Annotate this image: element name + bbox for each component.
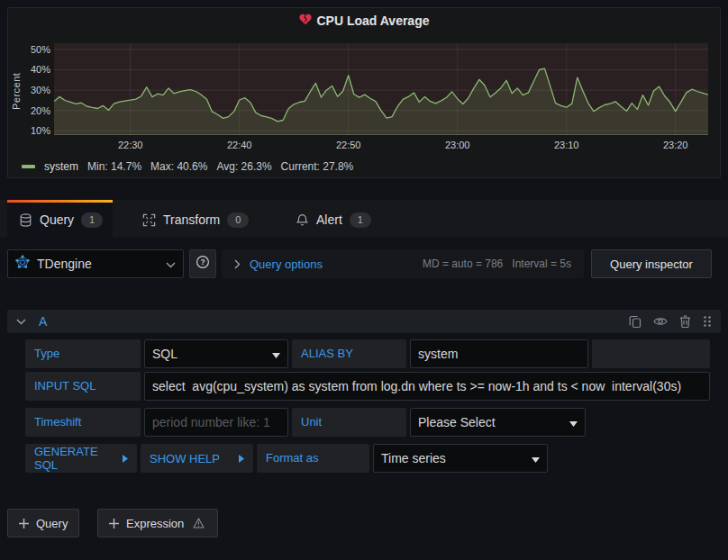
type-select[interactable]: SQL: [144, 339, 288, 368]
query-row-header[interactable]: A: [7, 310, 721, 333]
format-as-label: Format as: [257, 444, 369, 473]
tab-alert-label: Alert: [316, 212, 342, 227]
query-ref-id: A: [39, 314, 47, 329]
format-as-select[interactable]: Time series: [373, 444, 548, 473]
legend-stat-max: Max: 40.6%: [150, 160, 207, 173]
x-tick-label: 23:00: [445, 140, 470, 150]
add-query-label: Query: [36, 517, 68, 530]
x-tick-label: 22:50: [336, 140, 361, 150]
tdengine-logo-icon: [15, 255, 30, 273]
show-help-button[interactable]: SHOW HELP: [141, 444, 253, 473]
plus-icon: [109, 519, 119, 528]
tab-query[interactable]: Query 1: [19, 203, 103, 237]
question-circle-icon: ?: [196, 255, 210, 273]
toggle-visibility-eye-icon[interactable]: [653, 316, 668, 327]
grafana-panel-editor: CPU Load Average Percent 10%20%30%40%50%…: [0, 0, 728, 560]
timeshift-label: Timeshift: [25, 408, 141, 437]
y-tick-label: 50%: [11, 44, 50, 55]
tab-transform-label: Transform: [163, 212, 220, 227]
caret-right-icon: [123, 455, 130, 463]
tab-transform[interactable]: Transform 0: [142, 203, 249, 237]
tab-query-count: 1: [81, 212, 103, 228]
unit-select-value: Please Select: [418, 415, 569, 429]
chart-legend: system Min: 14.7% Max: 40.6% Avg: 26.3% …: [22, 159, 706, 174]
plus-icon: [19, 519, 29, 528]
timeshift-input[interactable]: [144, 408, 288, 437]
query-row-actions: [629, 315, 712, 329]
legend-stat-min: Min: 14.7%: [87, 160, 141, 173]
add-query-button[interactable]: Query: [7, 509, 79, 537]
input-sql-input[interactable]: [144, 372, 710, 401]
drag-handle-icon[interactable]: [703, 315, 712, 328]
tab-alert-count: 1: [350, 212, 371, 228]
x-tick-label: 23:10: [554, 140, 579, 150]
datasource-name: TDengine: [37, 257, 159, 271]
add-expression-label: Expression: [126, 517, 184, 530]
generate-sql-button[interactable]: GENERATE SQL: [25, 444, 137, 473]
bell-icon: [296, 213, 309, 227]
datasource-picker[interactable]: TDengine: [7, 249, 184, 278]
caret-down-icon: [532, 451, 540, 465]
x-tick-label: 22:40: [227, 140, 252, 150]
input-sql-label: INPUT SQL: [25, 372, 141, 401]
unit-label: Unit: [292, 408, 406, 437]
legend-stat-avg: Avg: 26.3%: [216, 160, 271, 173]
query-options-label: Query options: [250, 257, 323, 271]
type-label: Type: [25, 339, 141, 368]
chevron-down-icon: [166, 256, 176, 272]
y-tick-label: 20%: [11, 105, 50, 116]
x-tick-label: 22:30: [118, 140, 143, 150]
query-options-bar[interactable]: Query options MD = auto = 786 Interval =…: [222, 249, 584, 278]
tab-transform-count: 0: [227, 212, 249, 228]
alias-by-label: ALIAS BY: [292, 339, 406, 368]
format-as-value: Time series: [381, 451, 532, 465]
alert-heartbreak-icon: [299, 14, 312, 28]
legend-series-name[interactable]: system: [44, 160, 78, 173]
add-expression-button[interactable]: Expression: [97, 509, 218, 537]
cpu-load-line-chart: [54, 43, 708, 135]
query-inspector-button[interactable]: Query inspector: [591, 249, 712, 278]
tab-query-label: Query: [40, 212, 74, 227]
delete-query-trash-icon[interactable]: [679, 315, 691, 328]
unit-select[interactable]: Please Select: [410, 408, 586, 437]
duplicate-query-icon[interactable]: [629, 315, 642, 329]
chevron-right-icon: [234, 259, 241, 269]
warning-triangle-icon: [193, 518, 205, 528]
tab-bar: Query 1 Transform 0 Alert 1: [0, 200, 728, 237]
caret-down-icon: [569, 415, 578, 429]
generate-sql-label: GENERATE SQL: [34, 445, 123, 472]
y-axis-ticks: 10%20%30%40%50%: [7, 43, 50, 135]
x-tick-label: 23:20: [663, 140, 688, 150]
legend-stat-current: Current: 27.8%: [281, 160, 354, 173]
panel-header[interactable]: CPU Load Average: [7, 13, 721, 28]
alias-by-input[interactable]: [410, 339, 588, 368]
x-axis-ticks: 22:3022:4022:5023:0023:1023:20: [54, 140, 708, 152]
row-filler: [592, 339, 710, 368]
caret-down-icon: [272, 347, 280, 361]
caret-right-icon: [239, 455, 246, 463]
y-tick-label: 10%: [11, 125, 50, 136]
panel-title: CPU Load Average: [317, 14, 430, 28]
transform-icon: [142, 213, 156, 227]
type-select-value: SQL: [152, 347, 272, 361]
database-icon: [19, 213, 32, 227]
max-data-points-value: MD = auto = 786: [423, 257, 503, 270]
legend-swatch[interactable]: [22, 165, 35, 168]
y-tick-label: 30%: [11, 85, 50, 95]
y-tick-label: 40%: [11, 64, 50, 75]
interval-value: Interval = 5s: [512, 257, 571, 270]
svg-text:?: ?: [200, 257, 205, 266]
tab-alert[interactable]: Alert 1: [296, 203, 371, 237]
datasource-help-button[interactable]: ?: [189, 249, 216, 278]
chart-plot[interactable]: [54, 43, 708, 135]
collapse-chevron-icon[interactable]: [16, 319, 26, 325]
show-help-label: SHOW HELP: [150, 452, 220, 465]
